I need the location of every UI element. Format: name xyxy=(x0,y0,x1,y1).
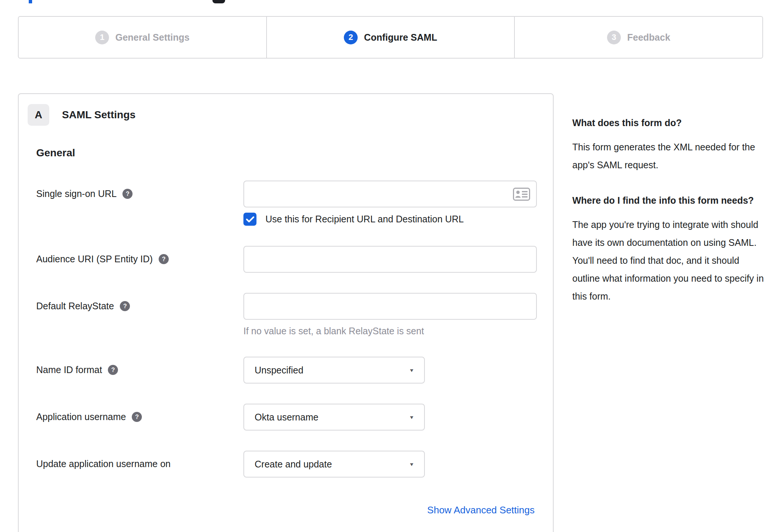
audience-uri-input[interactable] xyxy=(243,246,537,273)
application-username-select[interactable]: Okta username ▼ xyxy=(243,404,425,431)
single-sign-on-url-input[interactable] xyxy=(243,181,537,207)
contact-card-icon[interactable] xyxy=(513,188,530,201)
checkbox-check-icon xyxy=(246,216,254,223)
help-sidebar: What does this form do? This form genera… xyxy=(572,93,766,323)
help-icon[interactable]: ? xyxy=(120,301,130,311)
field-row-name-id-format: Name ID format ? Unspecified ▼ xyxy=(36,357,535,384)
checkbox-label: Use this for Recipient URL and Destinati… xyxy=(265,214,464,225)
recipient-url-checkbox-row: Use this for Recipient URL and Destinati… xyxy=(243,213,537,226)
step-label: General Settings xyxy=(115,32,190,43)
step-number-badge: 3 xyxy=(607,31,621,44)
field-row-default-relaystate: Default RelayState ? If no value is set,… xyxy=(36,293,535,337)
step-label: Configure SAML xyxy=(364,32,437,43)
chevron-down-icon: ▼ xyxy=(409,414,414,420)
select-value: Create and update xyxy=(255,459,332,470)
field-row-audience-uri: Audience URI (SP Entity ID) ? xyxy=(36,246,535,273)
section-a-badge: A xyxy=(28,104,49,126)
field-label: Update application username on xyxy=(36,457,171,470)
chevron-down-icon: ▼ xyxy=(409,461,414,467)
field-row-application-username: Application username ? Okta username ▼ xyxy=(36,404,535,431)
select-value: Unspecified xyxy=(255,365,304,376)
select-value: Okta username xyxy=(255,412,318,423)
saml-settings-card: A SAML Settings General Single sign-on U… xyxy=(18,93,554,532)
help-icon[interactable]: ? xyxy=(122,189,133,199)
help-icon[interactable]: ? xyxy=(132,412,142,422)
wizard-stepper: 1 General Settings 2 Configure SAML 3 Fe… xyxy=(18,16,763,59)
step-feedback[interactable]: 3 Feedback xyxy=(514,17,762,58)
update-username-on-select[interactable]: Create and update ▼ xyxy=(243,451,425,478)
name-id-format-select[interactable]: Unspecified ▼ xyxy=(243,357,425,384)
field-label: Name ID format xyxy=(36,363,102,376)
clipped-header-icon xyxy=(212,0,225,3)
step-number-badge: 1 xyxy=(95,31,109,44)
clipped-page-title-accent xyxy=(29,0,32,3)
saml-form: Single sign-on URL ? xyxy=(36,181,535,532)
sidebar-heading-where: Where do I find the info this form needs… xyxy=(572,192,766,209)
card-title: SAML Settings xyxy=(62,109,136,121)
field-row-single-sign-on-url: Single sign-on URL ? xyxy=(36,181,535,226)
step-configure-saml[interactable]: 2 Configure SAML xyxy=(266,17,514,58)
field-label: Single sign-on URL xyxy=(36,187,116,200)
step-general-settings[interactable]: 1 General Settings xyxy=(19,17,266,58)
help-icon[interactable]: ? xyxy=(159,254,169,264)
step-label: Feedback xyxy=(627,32,670,43)
field-row-update-username-on: Update application username on Create an… xyxy=(36,451,535,478)
general-section-title: General xyxy=(36,147,535,159)
sidebar-body-where: The app you're trying to integrate with … xyxy=(572,216,766,305)
chevron-down-icon: ▼ xyxy=(409,367,414,373)
step-number-badge: 2 xyxy=(344,31,358,44)
show-advanced-settings-link[interactable]: Show Advanced Settings xyxy=(427,504,535,516)
sidebar-body-what: This form generates the XML needed for t… xyxy=(572,138,766,174)
field-label: Audience URI (SP Entity ID) xyxy=(36,253,153,265)
help-icon[interactable]: ? xyxy=(108,365,118,375)
field-label: Application username xyxy=(36,410,126,423)
field-label: Default RelayState xyxy=(36,300,114,312)
default-relaystate-input[interactable] xyxy=(243,293,537,320)
sidebar-heading-what: What does this form do? xyxy=(572,114,766,131)
recipient-url-checkbox[interactable] xyxy=(243,213,256,226)
relaystate-helper-text: If no value is set, a blank RelayState i… xyxy=(243,326,537,337)
